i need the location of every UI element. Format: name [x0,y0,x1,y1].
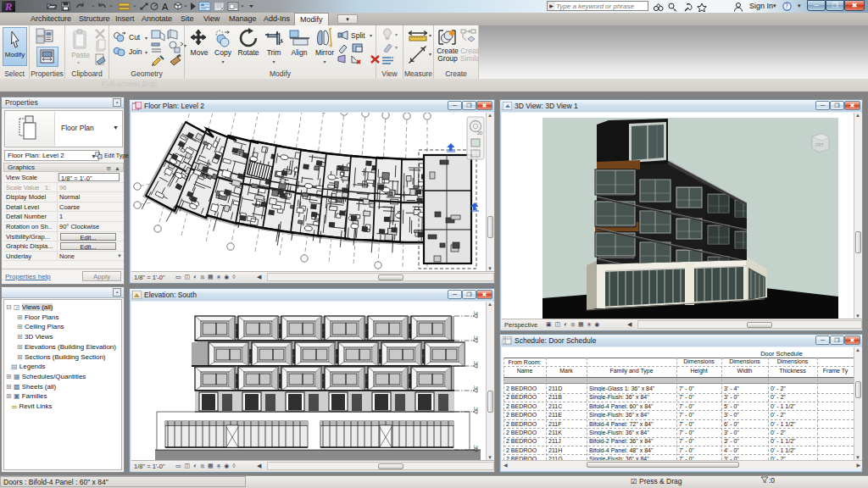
svg-text:Lv: Lv [474,445,479,449]
svg-text:Lv: Lv [474,361,479,365]
svg-text:Lv: Lv [474,311,479,315]
svg-text:2D: 2D [477,130,483,136]
svg-text:FRT: FRT [815,142,824,147]
svg-text:Lv: Lv [474,336,479,340]
svg-text:Lv: Lv [474,407,479,411]
svg-text:Lv: Lv [474,385,479,390]
svg-text:A: A [162,2,169,12]
